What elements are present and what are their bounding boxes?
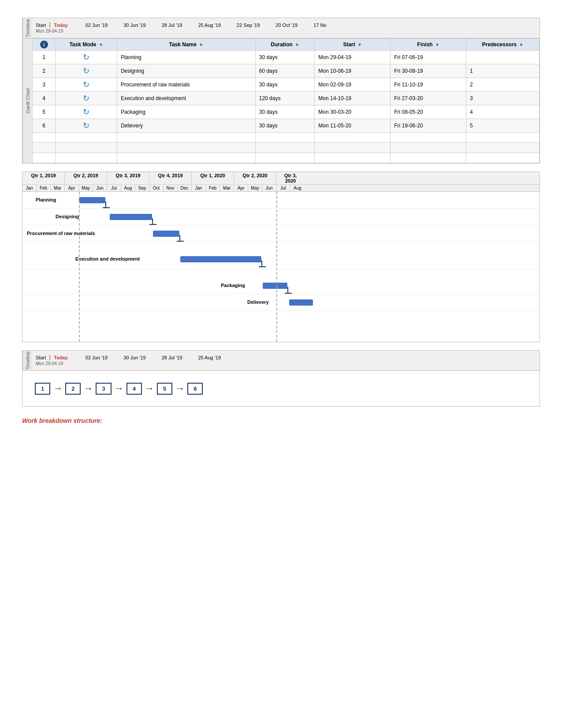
gantt-arrow-packaging-h (285, 293, 292, 294)
month-may2: May (248, 185, 262, 191)
gantt-arrow-planning (105, 202, 106, 208)
empty-cell (255, 153, 315, 163)
network-timeline-date-4: 25 Aug '19 (198, 355, 221, 360)
gantt-label-planning: Planning (36, 197, 56, 202)
task-pred-6: 5 (466, 119, 540, 133)
start-sort-icon[interactable]: ▼ (357, 42, 362, 47)
month-feb: Feb (37, 185, 51, 191)
task-finish-6: Fri 19-06-20 (391, 119, 466, 133)
qtr-4-2019: Qtr 4, 2019 (149, 172, 192, 184)
table-row-empty (33, 133, 540, 143)
month-may: May (79, 185, 93, 191)
gantt-label-procurement: Procurement of raw materials (27, 231, 95, 236)
task-mode-icon: ↻ (83, 94, 89, 103)
network-arrow-5: → (175, 383, 185, 394)
gantt-label-packaging: Packaging (221, 283, 245, 288)
task-duration-2: 60 days (255, 64, 315, 78)
network-timeline-date-2: 30 Jun '19 (123, 355, 145, 360)
qtr-3-2019: Qtr 3, 2019 (107, 172, 149, 184)
start-label: Start (36, 22, 46, 28)
task-name-sort-icon[interactable]: ▼ (199, 42, 203, 47)
gantt-label-designing: Designing (56, 214, 79, 219)
task-name-2: Designing (117, 64, 255, 78)
network-arrow-2: → (83, 383, 93, 394)
empty-cell (56, 133, 117, 143)
network-node-1: 1 (35, 383, 50, 395)
empty-cell (117, 133, 255, 143)
gantt-row-4: Execution and development (22, 248, 540, 269)
empty-cell (391, 133, 466, 143)
network-node-4: 4 (127, 383, 142, 395)
gantt-arrow-designing-h (149, 224, 156, 225)
col-header-info: i (33, 39, 56, 51)
boundary-line (276, 192, 277, 342)
timeline-content: Start Today 02 Jun '19 30 Jun '19 28 Jul… (32, 22, 540, 34)
timeline-label: Timeline (22, 18, 32, 38)
month-dec: Dec (178, 185, 192, 191)
task-duration-1: 30 days (255, 51, 315, 64)
network-start-date: Mon 29-04-19 (36, 361, 63, 366)
gantt-row-3: Procurement of raw materials (22, 225, 540, 242)
month-oct: Oct (149, 185, 164, 191)
today-line (79, 192, 80, 342)
network-arrow-4: → (145, 383, 154, 394)
gantt-bar-procurement (153, 231, 179, 237)
gantt-row-5: Packaging (22, 277, 540, 294)
gantt-row-6: Delievery (22, 294, 540, 311)
empty-cell (117, 153, 255, 163)
timeline-date-5: 22 Sep '19 (237, 22, 260, 28)
gantt-chart-area: Qtr 1, 2019 Qtr 2, 2019 Qtr 3, 2019 Qtr … (22, 172, 540, 342)
qtr-1-2020: Qtr 1, 2020 (192, 172, 234, 184)
task-mode-icon: ↻ (83, 121, 89, 130)
timeline-date-4: 25 Aug '19 (198, 22, 221, 28)
month-jul: Jul (107, 185, 121, 191)
task-mode-icon: ↻ (83, 108, 89, 116)
qtr-2-2019: Qtr 2, 2019 (65, 172, 107, 184)
network-today-label: Today (54, 355, 68, 360)
gantt-bar-delievery (289, 299, 313, 306)
task-duration-5: 30 days (255, 105, 315, 119)
col-header-start[interactable]: Start ▼ (315, 39, 391, 51)
timeline-date-1: 02 Jun '19 (86, 22, 108, 28)
col-header-finish[interactable]: Finish ▼ (391, 39, 466, 51)
empty-cell (56, 153, 117, 163)
task-mode-icon: ↻ (83, 67, 89, 75)
pred-sort-icon[interactable]: ▼ (519, 42, 524, 47)
network-node-3: 3 (96, 383, 111, 395)
empty-cell (466, 143, 540, 153)
gantt-spacer (22, 242, 540, 248)
timeline-date-2: 30 Jun '19 (123, 22, 145, 28)
network-node-6: 6 (187, 383, 203, 395)
month-jul2: Jul (276, 185, 290, 191)
col-header-duration[interactable]: Duration ▼ (255, 39, 315, 51)
col-header-predecessors[interactable]: Predecessors ▼ (466, 39, 540, 51)
table-area: Gantt Chart i Task Mode ▼ Task Name ▼ (22, 38, 540, 163)
col-header-task-name[interactable]: Task Name ▼ (117, 39, 255, 51)
task-mode-sort-icon[interactable]: ▼ (99, 42, 103, 47)
qtr-1-2019: Qtr 1, 2019 (22, 172, 65, 184)
empty-cell (315, 143, 391, 153)
info-icon: i (40, 41, 48, 49)
month-sep: Sep (135, 185, 149, 191)
month-jun: Jun (93, 185, 107, 191)
col-header-task-mode[interactable]: Task Mode ▼ (56, 39, 117, 51)
gantt-bar-execution (180, 256, 261, 262)
table-row-empty (33, 153, 540, 163)
task-pred-2: 1 (466, 64, 540, 78)
gantt-arrow-execution-h (259, 266, 266, 267)
gantt-arrow-packaging (287, 287, 288, 293)
gantt-bar-packaging (263, 283, 287, 289)
table-row-empty (33, 143, 540, 153)
gantt-quarter-row: Qtr 1, 2019 Qtr 2, 2019 Qtr 3, 2019 Qtr … (22, 172, 540, 185)
network-node-2: 2 (65, 383, 81, 395)
task-start-6: Mon 11-05-20 (315, 119, 391, 133)
finish-sort-icon[interactable]: ▼ (435, 42, 439, 47)
duration-sort-icon[interactable]: ▼ (295, 42, 299, 47)
task-table: i Task Mode ▼ Task Name ▼ Duration ▼ (32, 38, 540, 163)
task-duration-4: 120 days (255, 92, 315, 105)
empty-cell (33, 143, 56, 153)
task-mode-5: ↻ (56, 105, 117, 119)
month-aug: Aug (121, 185, 135, 191)
task-duration-6: 30 days (255, 119, 315, 133)
task-mode-3: ↻ (56, 78, 117, 92)
